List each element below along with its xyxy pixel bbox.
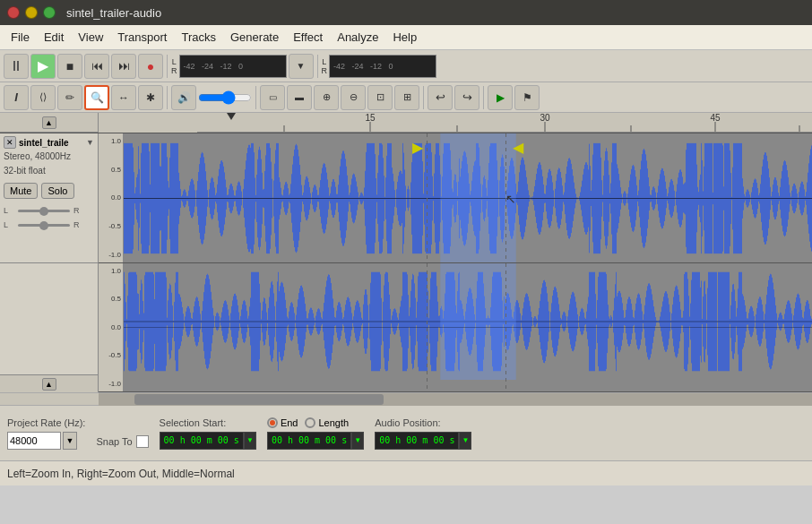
waveform-track2[interactable]: 1.0 0.5 0.0 -0.5 -1.0 [99, 263, 812, 393]
selection-start-text: 00 h 00 m 00 s [164, 435, 239, 445]
track-collapse-section: ▲ [0, 374, 98, 392]
track1-title-bar: ✕ sintel_traile ▼ [4, 136, 94, 149]
track1-dropdown[interactable]: ▼ [86, 138, 94, 147]
collapse-all-button[interactable]: ▲ [42, 116, 56, 129]
menu-generate[interactable]: Generate [223, 28, 286, 47]
project-rate-input[interactable] [7, 432, 61, 450]
mute-button[interactable]: Mute [4, 183, 38, 199]
separator6 [483, 86, 484, 109]
selection-end-line-2 [505, 263, 506, 392]
scrollbar-area [0, 392, 812, 405]
menu-edit[interactable]: Edit [37, 28, 71, 47]
marker-arrow-2: ◀ [513, 139, 523, 156]
silence-tool[interactable]: ▬ [287, 85, 312, 110]
play-green-button[interactable]: ▶ [488, 85, 513, 110]
clip-tool[interactable]: ▭ [260, 85, 285, 110]
menu-help[interactable]: Help [385, 28, 424, 47]
skip-end-button[interactable]: ⏭ [111, 54, 136, 79]
y-label-n0.5: -0.5 [108, 222, 121, 230]
scrollbar-spacer [0, 393, 99, 405]
draw-tool[interactable]: ✏ [57, 85, 82, 110]
scrollbar-thumb[interactable] [134, 394, 384, 405]
menu-file[interactable]: File [4, 28, 37, 47]
end-time-dropdown[interactable]: ▼ [351, 432, 364, 450]
separator4 [255, 86, 256, 109]
zoom-fit-tool[interactable]: ⊡ [367, 85, 393, 110]
solo-button[interactable]: Solo [41, 183, 73, 199]
volume-slider[interactable] [198, 90, 252, 105]
menu-tracks[interactable]: Tracks [174, 28, 223, 47]
track1-header: ✕ sintel_traile ▼ Stereo, 48000Hz 32-bit… [0, 133, 98, 263]
horizontal-scrollbar[interactable] [99, 393, 812, 406]
audio-position-text: 00 h 00 m 00 s [379, 435, 454, 445]
tools-toolbar: I ⟨⟩ ✏ 🔍 ↔ ✱ 🔊 ▭ ▬ ⊕ ⊖ ⊡ ⊞ ↩ ↪ ▶ ⚑ [0, 82, 812, 113]
redo-button[interactable]: ↪ [454, 85, 479, 110]
selection-start-label: Selection Start: [160, 417, 256, 428]
project-rate-label: Project Rate (Hz): [7, 417, 85, 428]
rate-dropdown-button[interactable]: ▼ [63, 432, 77, 450]
y-axis-track2: 1.0 0.5 0.0 -0.5 -1.0 [99, 263, 124, 392]
pan-slider-thumb[interactable] [39, 221, 48, 230]
ruler-svg: 15 30 45 [197, 113, 812, 133]
center-line-bottom [124, 327, 812, 328]
snap-to-spacer [96, 419, 148, 432]
close-button[interactable] [7, 6, 20, 19]
length-radio[interactable] [305, 417, 315, 428]
track-collapse-button[interactable]: ▲ [42, 378, 56, 391]
zoom-tool[interactable]: 🔍 [84, 85, 109, 110]
timeline-area: ▲ 15 30 45 [0, 113, 812, 133]
selection-start-dropdown[interactable]: ▼ [244, 432, 256, 450]
maximize-button[interactable] [43, 6, 56, 19]
end-time-input[interactable]: 00 h 00 m 00 s [267, 432, 351, 450]
multi-tool[interactable]: ✱ [138, 85, 163, 110]
length-radio-label[interactable]: Length [305, 417, 349, 428]
envelope-tool[interactable]: ⟨⟩ [30, 85, 56, 110]
end-radio[interactable] [267, 417, 278, 428]
selection-tool[interactable]: I [4, 85, 29, 110]
zoom-sel-tool[interactable]: ⊞ [394, 85, 419, 110]
snap-to-checkbox[interactable] [136, 435, 149, 448]
pan-slider-track[interactable] [18, 224, 70, 227]
audio-position-input[interactable]: 00 h 00 m 00 s [375, 432, 459, 450]
track1-controls: Mute Solo [4, 183, 94, 199]
waveform-track1[interactable]: 1.0 0.5 0.0 -0.5 -1.0 ▶ ◀ ↖ [99, 133, 812, 263]
timeline-ruler: 15 30 45 [197, 113, 812, 133]
gain-slider-thumb[interactable] [39, 207, 48, 216]
separator5 [423, 86, 424, 109]
undo-button[interactable]: ↩ [428, 85, 453, 110]
menu-effect[interactable]: Effect [286, 28, 330, 47]
gain-right-label: R [73, 206, 84, 215]
y2-label-0.5: 0.5 [111, 295, 121, 303]
zoom-in-tool[interactable]: ⊕ [314, 85, 339, 110]
gain-slider-track[interactable] [18, 210, 70, 212]
selection-start-group: Selection Start: 00 h 00 m 00 s ▼ [160, 417, 256, 450]
zoom-out-tool[interactable]: ⊖ [341, 85, 366, 110]
cursor-position: ↖ [505, 192, 516, 206]
audio-position-value: 00 h 00 m 00 s ▼ [375, 432, 471, 450]
ruler-spacer: ▲ [0, 113, 99, 133]
minimize-button[interactable] [25, 6, 38, 19]
vu-meter-left-display: -42 -24 -12 0 [179, 55, 287, 78]
y2-label-n1.0: -1.0 [108, 380, 121, 388]
waveform-canvas-bottom [124, 263, 812, 380]
menu-analyze[interactable]: Analyze [330, 28, 385, 47]
record-button[interactable]: ● [138, 54, 163, 79]
titlebar: sintel_trailer-audio [0, 0, 812, 25]
menu-view[interactable]: View [71, 28, 110, 47]
audio-position-dropdown[interactable]: ▼ [459, 432, 471, 450]
pause-button[interactable]: ⏸ [4, 54, 29, 79]
menubar: File Edit View Transport Tracks Generate… [0, 25, 812, 50]
skip-start-button[interactable]: ⏮ [84, 54, 109, 79]
end-radio-label[interactable]: End [267, 417, 298, 428]
stop-button[interactable]: ■ [57, 54, 82, 79]
menu-transport[interactable]: Transport [110, 28, 174, 47]
end-radio-text: End [281, 417, 298, 428]
vu-left-options[interactable]: ▼ [289, 54, 314, 79]
snap-to-control: Snap To [96, 435, 148, 448]
audio-position-group: Audio Position: 00 h 00 m 00 s ▼ [375, 417, 471, 450]
play-button[interactable]: ▶ [30, 54, 56, 79]
slide-tool[interactable]: ↔ [111, 85, 136, 110]
play-speed-flag[interactable]: ⚑ [514, 85, 540, 110]
track1-close-button[interactable]: ✕ [4, 136, 16, 149]
selection-start-input[interactable]: 00 h 00 m 00 s [160, 432, 244, 450]
